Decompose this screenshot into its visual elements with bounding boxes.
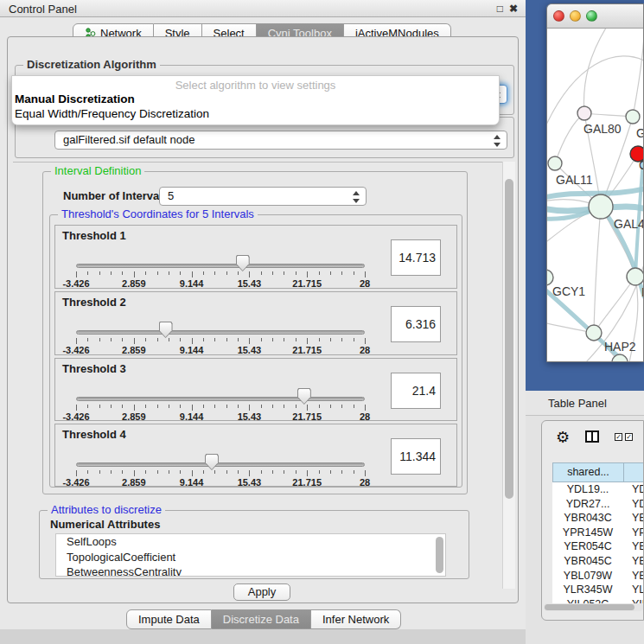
node-label-gal11: GAL11 (556, 173, 593, 187)
threshold-2-slider-thumb[interactable] (159, 322, 173, 338)
list-item[interactable]: BetweennessCentrality (56, 564, 445, 577)
node-top-right[interactable] (626, 110, 640, 124)
threshold-3-label: Threshold 3 (62, 362, 126, 375)
node-hap2[interactable] (586, 325, 602, 341)
main-scrollbar[interactable] (502, 162, 515, 589)
list-scrollbar[interactable] (436, 537, 443, 573)
screen: Control Panel □ ✖ Network Style Select C… (0, 0, 644, 644)
apply-button[interactable]: Apply (233, 583, 290, 601)
algorithm-dropdown-popup: Select algorithm to view settings Manual… (11, 75, 500, 125)
dropdown-option-manual[interactable]: Manual Discretization (12, 92, 499, 106)
tick-label: -3.426 (62, 411, 89, 422)
node-table: shared... n YDL19...YDL1 YDR27...YDR2 YB… (552, 462, 644, 603)
float-icon[interactable]: □ (497, 3, 503, 15)
dropdown-option-equal-width[interactable]: Equal Width/Frequency Discretization (12, 106, 499, 121)
table-row[interactable]: YER054CYER0 (552, 539, 644, 554)
threshold-4-value-field[interactable]: 11.344 (391, 438, 441, 475)
table-panel-title: Table Panel (548, 397, 607, 410)
tick-label: 15.43 (238, 345, 262, 355)
threshold-4-slider-thumb[interactable] (205, 454, 219, 470)
list-item[interactable]: SelfLoops (56, 534, 445, 550)
threshold-1-slider[interactable] (76, 264, 365, 268)
close-traffic-light-icon[interactable] (553, 10, 564, 22)
node-right[interactable] (627, 268, 644, 285)
threshold-panel-2: Threshold 2 -3.4262.8599.14415.4321.7152… (54, 291, 457, 355)
close-icon[interactable]: ✖ (509, 3, 518, 15)
node-gal4[interactable] (589, 194, 613, 219)
threshold-panel-3: Threshold 3 -3.4262.8599.14415.4321.7152… (54, 358, 457, 421)
threshold-4-slider[interactable] (76, 462, 365, 467)
tick-label: 2.859 (122, 411, 146, 422)
threshold-panel-4: Threshold 4 -3.4262.8599.14415.4321.7152… (54, 424, 457, 487)
minimize-traffic-light-icon[interactable] (570, 10, 581, 22)
checkbox-icon[interactable]: ✓ (625, 433, 633, 441)
combo-arrows-icon (353, 189, 360, 205)
table-row[interactable]: YDL19...YDL1 (552, 482, 644, 497)
threshold-3-value-field[interactable]: 21.4 (391, 373, 441, 409)
attributes-group-title: Attributes to discretize (48, 503, 165, 516)
table-data-value: galFiltered.sif default node (63, 133, 194, 146)
main-scrollbar-thumb[interactable] (505, 179, 513, 499)
number-of-intervals-label: Number of Intervals (63, 189, 169, 202)
table-row[interactable]: YBR043CYBR0 (552, 511, 644, 526)
slider-ticks (76, 405, 365, 411)
threshold-2-slider[interactable] (76, 330, 365, 335)
column-split-icon[interactable] (585, 430, 599, 443)
algorithm-group-title: Discretization Algorithm (23, 58, 160, 71)
column-header-shared[interactable]: shared... (552, 462, 623, 482)
scrollbar-thumb[interactable] (545, 604, 634, 610)
threshold-panel-1: Threshold 1 -3.4262.8599.14415.4321.7152… (54, 225, 457, 289)
threshold-3-slider[interactable] (76, 397, 365, 401)
node-gal80[interactable] (577, 106, 591, 120)
tick-label: 9.144 (180, 345, 204, 355)
node-label-g-partial: G. (636, 126, 644, 140)
table-row[interactable]: YBL079WYBL0 (552, 569, 644, 583)
desktop-background: GAL80 G. GAL11 C GAL4 GCY1 H HAP2 (526, 0, 644, 391)
node-label-gal80: GAL80 (583, 122, 622, 136)
tick-label: 2.859 (122, 278, 146, 289)
node-gcy1[interactable] (547, 270, 553, 285)
tab-discretize-data[interactable]: Discretize Data (212, 609, 311, 629)
table-horizontal-scrollbar[interactable] (544, 603, 643, 611)
numerical-attributes-list[interactable]: SelfLoops TopologicalCoefficient Between… (55, 533, 446, 577)
threshold-2-value-field[interactable]: 6.316 (391, 306, 441, 342)
table-row[interactable]: YPR145WYPR1 (552, 526, 644, 540)
threshold-1-value-field[interactable]: 14.713 (391, 239, 441, 276)
tick-label: -3.426 (62, 345, 89, 355)
cyni-toolbox-panel: Discretization Algorithm Select algorith… (7, 36, 519, 603)
tab-impute-data[interactable]: Impute Data (126, 609, 212, 629)
network-canvas[interactable]: GAL80 G. GAL11 C GAL4 GCY1 H HAP2 (547, 29, 643, 362)
table-data-combobox[interactable]: galFiltered.sif default node (54, 131, 507, 150)
threshold-3-slider-thumb[interactable] (297, 388, 311, 405)
tick-label: -3.426 (62, 477, 89, 488)
table-row[interactable]: YIL052CYIL0 (552, 597, 644, 603)
table-row[interactable]: YLR345WYLR3 (552, 583, 644, 597)
table-row[interactable]: YBR045CYBR0 (552, 554, 644, 569)
tab-infer-network[interactable]: Infer Network (311, 609, 401, 629)
checkbox-icon[interactable]: ✓ (615, 433, 622, 441)
tick-label: 21.715 (292, 345, 322, 355)
gear-icon[interactable]: ⚙ (556, 428, 570, 447)
number-of-intervals-combobox[interactable]: 5 (159, 187, 367, 206)
dropdown-placeholder-option[interactable]: Select algorithm to view settings (12, 76, 499, 92)
zoom-traffic-light-icon[interactable] (586, 10, 597, 22)
bottom-strip (0, 629, 526, 644)
threshold-1-slider-thumb[interactable] (236, 255, 250, 271)
tick-label: 28 (360, 278, 370, 289)
thresholds-group-title: Threshold's Coordinates for 5 Intervals (58, 207, 258, 220)
network-window: GAL80 G. GAL11 C GAL4 GCY1 H HAP2 (546, 3, 644, 362)
table-panel-window: ⚙ ✓ ✓ shared... n YDL19...YDL1 YDR27...Y… (541, 420, 644, 621)
node-gal11[interactable] (548, 156, 562, 170)
number-of-intervals-value: 5 (168, 189, 174, 202)
slider-tick-labels: -3.4262.8599.14415.4321.71528 (76, 278, 365, 289)
threshold-2-label: Threshold 2 (62, 296, 126, 309)
list-item[interactable]: TopologicalCoefficient (56, 550, 445, 565)
slider-tick-labels: -3.4262.8599.14415.4321.71528 (76, 345, 365, 355)
table-row[interactable]: YDR27...YDR2 (552, 497, 644, 512)
tick-label: 21.715 (292, 278, 322, 289)
column-header-name[interactable]: n (623, 462, 644, 482)
slider-ticks (76, 470, 365, 477)
control-panel: Control Panel □ ✖ Network Style Select C… (0, 0, 526, 644)
bottom-tab-bar: Impute Data Discretize Data Infer Networ… (126, 609, 401, 629)
attributes-group: Attributes to discretize Numerical Attri… (39, 510, 469, 579)
